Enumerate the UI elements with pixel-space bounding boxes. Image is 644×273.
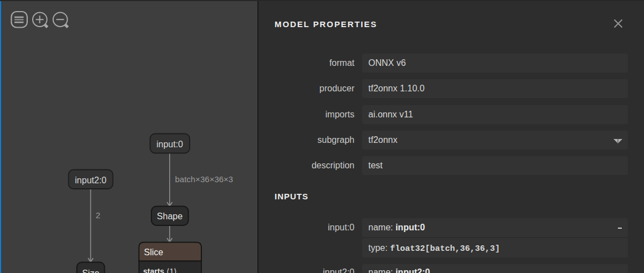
svg-text:Shape: Shape xyxy=(157,212,182,221)
svg-text:Size: Size xyxy=(82,269,99,273)
svg-text:⟨1⟩: ⟨1⟩ xyxy=(166,267,177,273)
svg-text:starts: starts xyxy=(143,267,164,273)
svg-text:Slice: Slice xyxy=(144,248,164,257)
svg-text:input:0: input:0 xyxy=(156,140,183,149)
svg-text:input2:0: input2:0 xyxy=(75,176,107,185)
svg-text:2: 2 xyxy=(96,210,100,220)
svg-text:batch×36×36×3: batch×36×36×3 xyxy=(175,174,234,184)
